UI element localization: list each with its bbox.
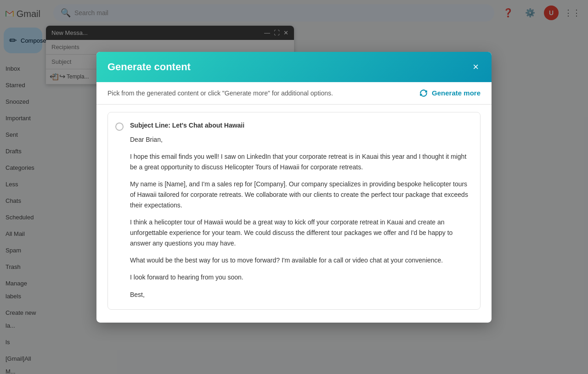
email-subject-line: Subject Line: Let's Chat about Hawaii — [130, 121, 471, 128]
email-content-option: Subject Line: Let's Chat about Hawaii De… — [107, 112, 481, 309]
email-para-1: I hope this email finds you well! I saw … — [130, 151, 471, 173]
email-para-3: I think a helicopter tour of Hawaii woul… — [130, 217, 471, 249]
modal-body: Subject Line: Let's Chat about Hawaii De… — [96, 104, 492, 322]
generate-content-modal: Generate content × Pick from the generat… — [96, 51, 492, 322]
email-para-5: I look forward to hearing from you soon. — [130, 272, 471, 283]
email-option-radio[interactable] — [115, 122, 124, 130]
email-body-content: Dear Brian, I hope this email finds you … — [130, 134, 471, 300]
generate-more-label: Generate more — [432, 89, 481, 97]
email-para-6: Best, — [130, 289, 471, 300]
generate-more-button[interactable]: Generate more — [419, 88, 481, 97]
email-para-2: My name is [Name], and I'm a sales rep f… — [130, 179, 471, 211]
email-para-4: What would be the best way for us to mov… — [130, 255, 471, 266]
modal-header: Generate content × — [96, 51, 492, 82]
refresh-icon — [419, 88, 428, 97]
modal-toolbar-text: Pick from the generated content or click… — [107, 89, 333, 96]
modal-title: Generate content — [107, 61, 191, 73]
modal-toolbar: Pick from the generated content or click… — [96, 82, 492, 104]
email-para-0: Dear Brian, — [130, 134, 471, 145]
modal-close-button[interactable]: × — [471, 60, 481, 73]
